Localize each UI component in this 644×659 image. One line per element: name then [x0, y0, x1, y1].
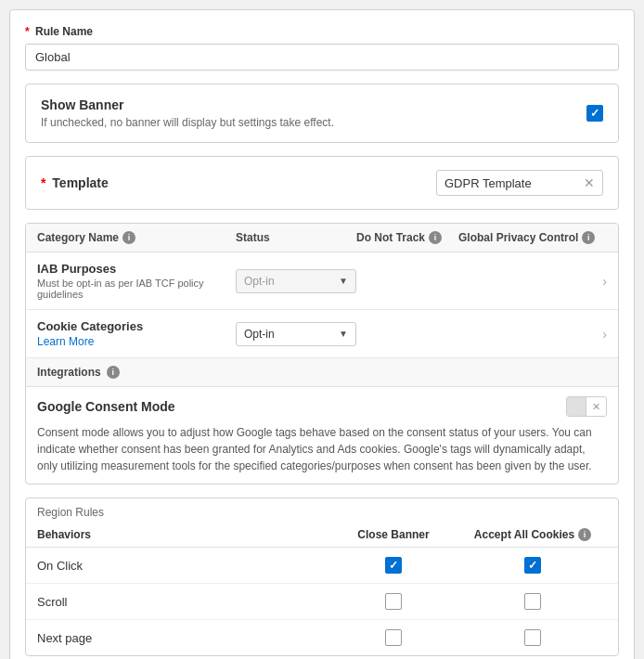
onclick-accept-all-checkbox[interactable]: [524, 557, 541, 574]
behavior-row-nextpage: Next page: [26, 620, 618, 655]
global-privacy-info-icon[interactable]: i: [582, 231, 595, 244]
cookie-status-dropdown[interactable]: Opt-in ▼: [236, 322, 356, 346]
rule-name-field: * Rule Name: [25, 25, 619, 71]
do-not-track-info-icon[interactable]: i: [429, 231, 442, 244]
gcm-toggle[interactable]: ✕: [566, 396, 607, 417]
cookie-categories-cell: Cookie Categories Learn More: [37, 319, 236, 348]
gcm-title: Google Consent Mode: [37, 399, 175, 414]
nextpage-accept-all-check: [458, 629, 607, 646]
template-required-star: *: [41, 175, 45, 190]
close-banner-header: Close Banner: [328, 528, 458, 541]
table-header: Category Name i Status Do Not Track i Gl…: [26, 224, 618, 252]
show-banner-row: Show Banner If unchecked, no banner will…: [41, 97, 603, 129]
template-select[interactable]: GDPR Template ✕: [436, 170, 603, 196]
template-select-value: GDPR Template: [444, 176, 532, 190]
template-row: * Template GDPR Template ✕: [41, 170, 603, 196]
header-status: Status: [236, 231, 356, 244]
iab-purposes-title: IAB Purposes: [37, 262, 236, 276]
template-clear-icon[interactable]: ✕: [584, 175, 595, 190]
iab-purposes-row: IAB Purposes Must be opt-in as per IAB T…: [26, 252, 618, 310]
cookie-status-cell: Opt-in ▼: [236, 322, 356, 346]
scroll-label: Scroll: [37, 595, 328, 609]
show-banner-checkbox[interactable]: [586, 105, 603, 122]
rule-name-input[interactable]: [25, 44, 619, 71]
show-banner-section: Show Banner If unchecked, no banner will…: [25, 84, 619, 143]
onclick-close-banner-check: [328, 557, 458, 574]
show-banner-title: Show Banner: [41, 97, 334, 112]
behaviors-header: Behaviors Close Banner Accept All Cookie…: [26, 523, 618, 548]
onclick-label: On Click: [37, 559, 328, 573]
show-banner-desc: If unchecked, no banner will display but…: [41, 116, 334, 129]
scroll-accept-all-check: [458, 593, 607, 610]
iab-status-chevron: ▼: [339, 276, 348, 286]
cookie-categories-title: Cookie Categories: [37, 319, 236, 333]
gcm-section: Google Consent Mode ✕ Consent mode allow…: [26, 387, 618, 484]
iab-status-text: Opt-in: [244, 275, 275, 288]
cookie-status-chevron: ▼: [339, 329, 348, 339]
header-global-privacy-control: Global Privacy Control i: [458, 231, 607, 244]
onclick-close-banner-checkbox[interactable]: [385, 557, 402, 574]
nextpage-close-banner-checkbox[interactable]: [385, 629, 402, 646]
onclick-accept-all-check: [458, 557, 607, 574]
nextpage-close-banner-check: [328, 629, 458, 646]
template-label: * Template: [41, 175, 109, 190]
cookie-arrow-cell: ›: [458, 327, 607, 342]
iab-arrow-cell: ›: [458, 274, 607, 289]
template-section: * Template GDPR Template ✕: [25, 156, 619, 210]
cookie-status-text: Opt-in: [244, 328, 275, 341]
integrations-label: Integrations: [37, 366, 101, 379]
category-name-info-icon[interactable]: i: [122, 231, 135, 244]
toggle-off-inner: [567, 397, 586, 416]
integrations-info-icon[interactable]: i: [107, 366, 120, 379]
accept-all-header: Accept All Cookies i: [458, 528, 607, 541]
header-do-not-track: Do Not Track i: [356, 231, 458, 244]
gcm-description: Consent mode allows you to adjust how Go…: [37, 424, 607, 474]
iab-purposes-subtitle: Must be opt-in as per IAB TCF policy gui…: [37, 278, 236, 300]
behavior-row-scroll: Scroll: [26, 584, 618, 620]
toggle-x-icon: ✕: [586, 397, 606, 416]
main-card: * Rule Name Show Banner If unchecked, no…: [9, 9, 635, 659]
gcm-row: Google Consent Mode ✕: [37, 396, 607, 417]
integrations-row: Integrations i: [26, 358, 618, 387]
required-star: *: [25, 25, 30, 38]
cookie-categories-row: Cookie Categories Learn More Opt-in ▼ ›: [26, 310, 618, 358]
cookie-arrow-right[interactable]: ›: [602, 327, 607, 342]
page-container: * Rule Name Show Banner If unchecked, no…: [9, 9, 635, 659]
scroll-close-banner-checkbox[interactable]: [385, 593, 402, 610]
iab-arrow-right[interactable]: ›: [602, 274, 607, 289]
region-rules-header: Region Rules: [26, 498, 618, 523]
accept-all-info-icon[interactable]: i: [578, 528, 591, 541]
nextpage-accept-all-checkbox[interactable]: [524, 629, 541, 646]
header-category-name: Category Name i: [37, 231, 236, 244]
show-banner-text: Show Banner If unchecked, no banner will…: [41, 97, 334, 129]
scroll-close-banner-check: [328, 593, 458, 610]
nextpage-label: Next page: [37, 631, 328, 645]
behaviors-header-cell: Behaviors: [37, 528, 328, 541]
iab-status-cell: Opt-in ▼: [236, 269, 356, 293]
region-rules-section: Region Rules Behaviors Close Banner Acce…: [25, 497, 619, 656]
behavior-row-onclick: On Click: [26, 548, 618, 584]
iab-status-dropdown[interactable]: Opt-in ▼: [236, 269, 356, 293]
learn-more-link[interactable]: Learn More: [37, 335, 236, 348]
categories-table: Category Name i Status Do Not Track i Gl…: [25, 223, 619, 485]
scroll-accept-all-checkbox[interactable]: [524, 593, 541, 610]
iab-purposes-cell: IAB Purposes Must be opt-in as per IAB T…: [37, 262, 236, 300]
rule-name-label: * Rule Name: [25, 25, 619, 38]
